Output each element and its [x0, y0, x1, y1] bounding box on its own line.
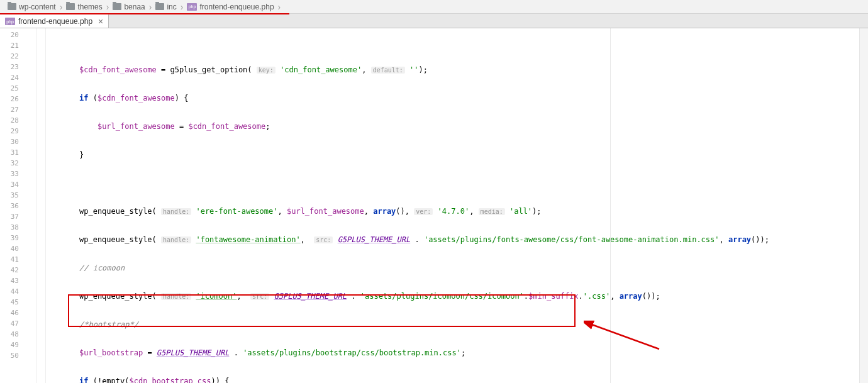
line-number: 37	[0, 211, 28, 222]
line-number: 50	[0, 350, 28, 361]
line-number: 21	[0, 40, 28, 51]
close-icon[interactable]: ×	[98, 17, 103, 26]
marker-strip	[859, 28, 868, 383]
line-number: 42	[0, 265, 28, 275]
line-number: 28	[0, 115, 28, 126]
line-number: 20	[0, 30, 28, 40]
chevron-right-icon: ›	[60, 2, 63, 12]
editor: 2021222324252627282930313233343536373839…	[0, 28, 868, 383]
line-number: 35	[0, 190, 28, 201]
line-number: 38	[0, 222, 28, 233]
tab-label: frontend-enqueue.php	[18, 17, 92, 26]
chevron-right-icon: ›	[278, 2, 281, 12]
breadcrumb-label: inc	[167, 3, 176, 11]
breadcrumb-item-file[interactable]: phpfrontend-enqueue.php	[184, 3, 276, 11]
folder-icon	[113, 3, 121, 10]
line-number: 49	[0, 340, 28, 350]
line-number: 23	[0, 62, 28, 72]
folder-icon	[8, 3, 16, 10]
breadcrumb-item-wp-content[interactable]: wp-content	[5, 3, 58, 11]
line-number: 33	[0, 169, 28, 179]
line-number: 45	[0, 297, 28, 308]
line-number: 44	[0, 286, 28, 297]
line-number: 34	[0, 179, 28, 190]
folder-icon	[66, 3, 75, 10]
tab-frontend-enqueue[interactable]: php frontend-enqueue.php ×	[0, 14, 109, 28]
right-margin-ruler	[610, 28, 611, 383]
chevron-right-icon: ›	[149, 2, 152, 12]
line-number: 40	[0, 243, 28, 254]
tab-bar: php frontend-enqueue.php ×	[0, 14, 868, 28]
gutter: 2021222324252627282930313233343536373839…	[0, 28, 28, 383]
line-number: 26	[0, 94, 28, 104]
line-number: 48	[0, 329, 28, 340]
line-number: 39	[0, 233, 28, 243]
line-number: 36	[0, 201, 28, 211]
fold-strip	[28, 28, 36, 383]
breadcrumb-item-themes[interactable]: themes	[64, 3, 104, 11]
line-number: 43	[0, 275, 28, 286]
line-number: 47	[0, 318, 28, 329]
line-number: 46	[0, 308, 28, 318]
breadcrumb-label: frontend-enqueue.php	[199, 3, 274, 11]
folder-icon	[155, 3, 164, 10]
chevron-right-icon: ›	[106, 2, 109, 12]
breadcrumb-item-benaa[interactable]: benaa	[110, 3, 147, 11]
line-number: 24	[0, 72, 28, 83]
breadcrumb-label: themes	[77, 3, 102, 11]
php-file-icon: php	[187, 3, 197, 11]
line-number: 29	[0, 126, 28, 136]
line-number: 22	[0, 51, 28, 62]
line-number: 31	[0, 147, 28, 158]
line-number: 32	[0, 158, 28, 169]
breadcrumb-label: wp-content	[19, 3, 56, 11]
code-area[interactable]: $cdn_font_awesome = g5plus_get_option( k…	[36, 28, 859, 383]
php-file-icon: php	[5, 18, 15, 25]
line-number: 41	[0, 254, 28, 265]
breadcrumb-label: benaa	[124, 3, 145, 11]
breadcrumb: wp-content › themes › benaa › inc › phpf…	[0, 0, 868, 14]
line-number: 27	[0, 104, 28, 115]
chevron-right-icon: ›	[181, 2, 184, 12]
annotation-underline	[0, 13, 289, 14]
breadcrumb-item-inc[interactable]: inc	[153, 3, 179, 11]
line-number: 30	[0, 136, 28, 147]
line-number: 25	[0, 83, 28, 94]
